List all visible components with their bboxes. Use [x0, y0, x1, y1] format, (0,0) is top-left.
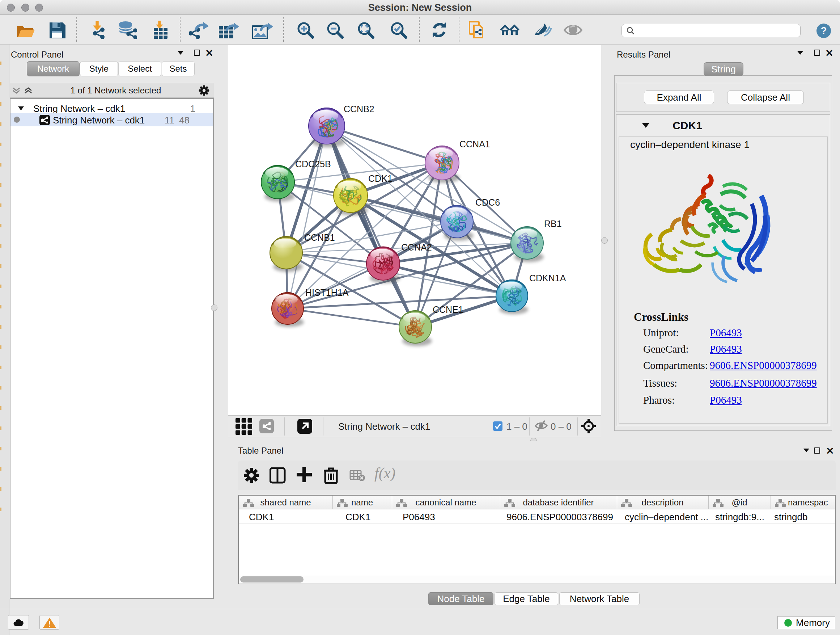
svg-text:CDKN1A: CDKN1A [529, 273, 566, 283]
svg-text:CDC25B: CDC25B [295, 159, 331, 169]
svg-text:CDC6: CDC6 [475, 197, 500, 207]
svg-text:CCNE1: CCNE1 [433, 304, 463, 315]
svg-text:CDK1: CDK1 [368, 173, 393, 184]
svg-text:RB1: RB1 [544, 219, 562, 229]
svg-text:CCNA1: CCNA1 [459, 139, 490, 149]
svg-text:CCNB2: CCNB2 [344, 104, 374, 114]
svg-text:CCNA2: CCNA2 [401, 242, 432, 252]
svg-text:CCNB1: CCNB1 [304, 233, 335, 242]
svg-text:HIST1H1A: HIST1H1A [305, 287, 349, 298]
